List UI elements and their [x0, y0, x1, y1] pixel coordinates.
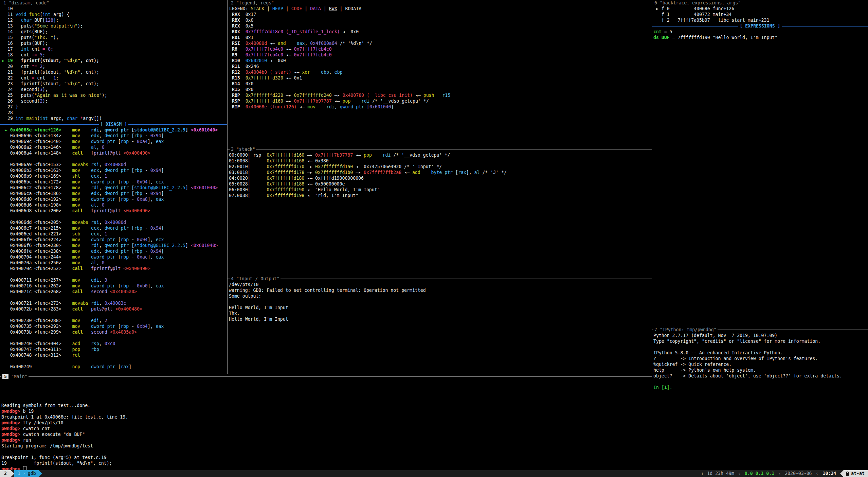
terminal-line: 0x4006c2 <func+178> mov rdi, qword ptr […	[2, 185, 227, 191]
terminal-line	[2, 271, 227, 277]
terminal-line: LEGEND: STACK | HEAP | CODE | DATA | RWX…	[229, 6, 652, 12]
terminal-line: 11 void func(int arg) {	[2, 12, 227, 17]
terminal-line: pwndbg> b 19	[1, 408, 652, 414]
terminal-line: 0x400749 nop dword ptr [rax]	[2, 364, 227, 370]
backtrace-listing: ► f 0 40068e func+126 f 1 400772 main+34…	[652, 6, 868, 23]
terminal-line: R12 0x4004b0 (_start) ◂— xor ebp, ebp	[229, 69, 652, 75]
terminal-line: 27 }	[2, 104, 227, 110]
pane-title: 7 "IPython: tmp/pwndbg"	[653, 327, 718, 333]
chevron-left-icon: ‹	[778, 470, 781, 477]
ipython-console[interactable]: Python 2.7.17 (default, Nov 7 2019, 10:0…	[652, 333, 868, 390]
terminal-line: 0x40070c <func+252> call fprintf@plt <0x…	[2, 266, 227, 271]
chevron-right-icon: ›	[23, 470, 25, 477]
terminal-line: RBP 0x7fffffffd220 —▸ 0x7fffffffd240 —▸ …	[229, 92, 652, 98]
terminal-line: 0x4006dd <func+205> movabs rsi, 0x40080d	[2, 219, 227, 225]
terminal-line: RBX 0x0	[229, 17, 652, 23]
terminal-line: 16 puts(BUF);	[2, 40, 227, 46]
terminal-line: 0x400735 <func+293> mov dword ptr [rbp -…	[2, 323, 227, 329]
tmux-session-badge[interactable]: 2	[0, 470, 11, 477]
terminal-line: 02:0010│ 0x7fffffffd170 —▸ 0x7fffffffd1a…	[229, 164, 652, 170]
terminal-line: 15 puts("Thx. ");	[2, 35, 227, 40]
terminal-line: R10 0x602010 ◂— 0x0	[229, 58, 652, 64]
terminal-line: 0x400730 <func+288> mov edi, 2	[2, 318, 227, 323]
terminal-line: Python 2.7.17 (default, Nov 7 2019, 10:0…	[653, 333, 868, 338]
window-index: 1	[18, 470, 20, 477]
pane-ipython-titlebar: 7 "IPython: tmp/pwndbg"	[652, 327, 868, 333]
pane-main-gdb: 5 "Main" Reading symbols from test...don…	[0, 374, 652, 470]
terminal-line: 0x400748 <func+312> ret	[2, 352, 227, 358]
terminal-line: Hello World, I'm Input	[229, 305, 652, 311]
terminal-line: 0x4006b9 <func+169> shl ecx, 1	[2, 173, 227, 179]
terminal-line	[1, 385, 652, 391]
terminal-line: 0x4006d0 <func+192> mov dword ptr [rbp -…	[2, 196, 227, 202]
terminal-line: 18 cnt += 5;	[2, 52, 227, 58]
terminal-line: ► 0x40068e <func+126> mov rdi, qword ptr…	[2, 127, 227, 133]
pane-title: 2 "legend, regs"	[230, 0, 275, 6]
terminal-line: 0x4006a4 <func+148> call fprintf@plt <0x…	[2, 150, 227, 156]
terminal-line: 0x40073b <func+299> call second <0x4005a…	[2, 329, 227, 335]
terminal-line: 12 char BUF[128];	[2, 17, 227, 23]
terminal-line: Hello World, I'm Input	[229, 316, 652, 322]
terminal-line: 25 puts("Again as it was so nice");	[2, 92, 227, 98]
terminal-line	[653, 344, 868, 350]
terminal-line: 23 fprintf(stdout, "%d\n", cnt);	[2, 81, 227, 87]
terminal-line: RSI 0x40080d ◂— and eax, 0x4f000a64 /* '…	[229, 40, 652, 46]
terminal-line	[2, 156, 227, 162]
terminal-line: 0x4006f6 <func+230> mov rdi, qword ptr […	[2, 243, 227, 248]
terminal-line: R8 0x7ffff7fcb4c0 ◂— 0x7ffff7fcb4c0	[229, 46, 652, 52]
pane-border-vertical-left[interactable]	[227, 0, 228, 374]
terminal-line	[2, 214, 227, 219]
status-bar-left: 2 1 › gdb	[0, 470, 42, 477]
terminal-line	[1, 391, 652, 397]
terminal-line: 13 puts("Some output:\n");	[2, 23, 227, 29]
terminal-line: 05:0028│ 0x7fffffffd188 ◂— 0x50000000e	[229, 181, 652, 187]
tmux-status-bar: 2 1 › gdb ↑ 1d 23h 49m ‹ 0.0 0.1 0.1 ‹ 2…	[0, 470, 868, 477]
load-average: 0.0 0.1 0.1	[745, 470, 774, 477]
terminal-line: 0x400711 <func+257> mov edi, 3	[2, 277, 227, 283]
pane-main-titlebar: 5 "Main"	[0, 374, 652, 379]
terminal-line: RDI 0x1	[229, 35, 652, 40]
disassembly-listing: ► 0x40068e <func+126> mov rdi, qword ptr…	[0, 127, 227, 370]
pane-border-vertical-right[interactable]	[652, 0, 652, 470]
terminal-line: Breakpoint 1, func (arg=5) at test.c:19	[1, 455, 652, 460]
terminal-line: 0x4006ca <func+186> mov edx, dword ptr […	[2, 191, 227, 196]
terminal-line: R15 0x0	[229, 87, 652, 92]
terminal-line	[1, 397, 652, 403]
terminal-line: 19 fprintf(stdout, "%d\n", cnt);	[1, 460, 652, 466]
terminal-line: 20 cnt *= 2;	[2, 64, 227, 69]
disasm-divider-label: [ DISASM ]	[99, 122, 128, 127]
pane-ipython: 7 "IPython: tmp/pwndbg" Python 2.7.17 (d…	[652, 327, 868, 470]
terminal-line: warning: GDB: Failed to set controlling …	[229, 287, 652, 293]
pane-title: 3 "stack"	[230, 146, 256, 152]
uptime-text: 1d 23h 49m	[707, 470, 734, 477]
terminal-line: R11 0x246	[229, 64, 652, 69]
terminal-line: 0x40069c <func+140> mov dword ptr [rbp -…	[2, 139, 227, 144]
terminal-line: R13 0x7fffffffd320 ◂— 0x1	[229, 75, 652, 81]
gdb-console[interactable]: Reading symbols from test...done.pwndbg>…	[0, 379, 652, 470]
terminal-line: 21 fprintf(stdout, "%d\n", cnt);	[2, 69, 227, 75]
status-date: 2020-03-06	[785, 470, 812, 477]
status-time: 10:24	[823, 470, 836, 477]
terminal-line: pwndbg> cwatch execute "ds BUF"	[1, 431, 652, 437]
terminal-line: 0x400747 <func+311> pop rbp	[2, 347, 227, 352]
terminal-line: 0x4006bc <func+172> mov dword ptr [rbp -…	[2, 179, 227, 185]
pane-legend-regs-titlebar: 2 "legend, regs"	[228, 0, 652, 6]
disasm-section-divider: [ DISASM ]	[0, 121, 227, 127]
terminal-line: ? -> Introduction and overview of IPytho…	[653, 356, 868, 361]
terminal-line: pwndbg> tty /dev/pts/10	[1, 420, 652, 426]
terminal-line: 0x400721 <func+273> movabs rdi, 0x40083c	[2, 300, 227, 306]
tmux-window-tab[interactable]: 1 › gdb	[14, 470, 39, 477]
terminal-line: pwndbg> run	[1, 437, 652, 443]
terminal-line: f 2 7ffff7a05b97 __libc_start_main+231	[653, 17, 868, 23]
expressions-section-divider: [ EXPRESSIONS ]	[652, 23, 868, 29]
terminal-line: 14 gets(BUF);	[2, 29, 227, 35]
terminal-line: RSP 0x7fffffffd160 —▸ 0x7ffff7b97787 ◂— …	[229, 98, 652, 104]
pane-title: 4 "Input / Output"	[230, 276, 281, 282]
terminal-line: RAX 0x17	[229, 12, 652, 17]
terminal-line: 0x4006d8 <func+200> call fprintf@plt <0x…	[2, 208, 227, 214]
program-output: /dev/pts/10warning: GDB: Failed to set c…	[228, 282, 652, 322]
terminal-line: 17 int cnt = 0;	[2, 46, 227, 52]
pane-stack: 3 "stack" 00:0000│ rsp 0x7fffffffd160 —▸…	[228, 146, 652, 276]
hostname-badge: at-at	[844, 470, 868, 477]
pane-backtrace-titlebar: 6 "backtrace, expressions, args"	[652, 0, 868, 6]
